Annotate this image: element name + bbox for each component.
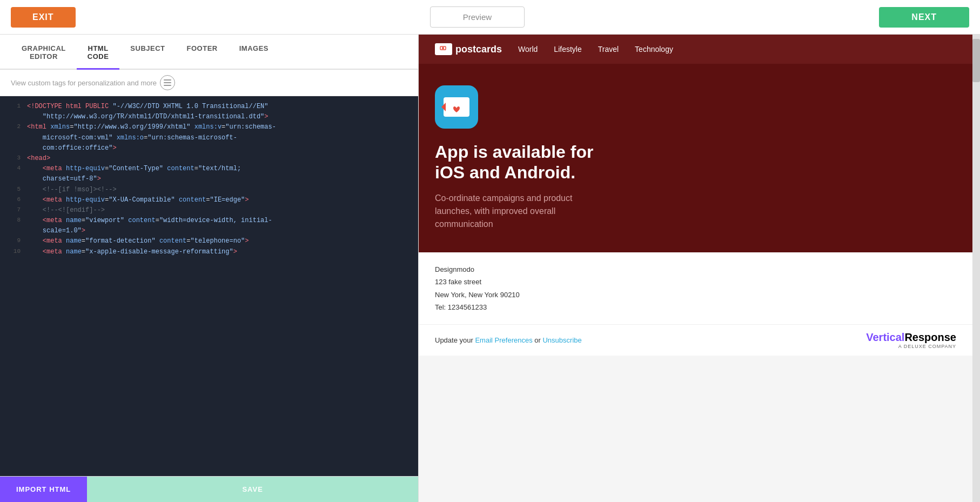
custom-tags-label: View custom tags for personalization and… [11, 79, 157, 87]
menu-line-2 [164, 82, 171, 83]
svg-rect-4 [444, 97, 469, 117]
code-line-1: 1 <!DOCTYPE html PUBLIC "-//W3C//DTD XHT… [0, 102, 418, 122]
custom-tags-bar: View custom tags for personalization and… [0, 70, 418, 96]
postcards-brand-text: postcards [455, 44, 502, 55]
save-button[interactable]: SAVE [87, 477, 418, 502]
scrollbar[interactable] [972, 35, 980, 502]
update-text: Update your [435, 336, 473, 344]
app-icon [435, 85, 478, 129]
postcards-logo: postcards [435, 43, 502, 55]
top-bar: EXIT Preview NEXT [0, 0, 980, 35]
import-html-button[interactable]: IMPORT HTML [0, 477, 87, 502]
scrollbar-thumb[interactable] [972, 39, 980, 82]
nav-item-technology[interactable]: Technology [635, 45, 673, 53]
unsubscribe-link[interactable]: Unsubscribe [542, 336, 581, 344]
exit-button[interactable]: EXIT [11, 7, 76, 28]
bottom-buttons: IMPORT HTML SAVE [0, 476, 418, 502]
tab-images[interactable]: IMAGES [229, 35, 279, 70]
footer-city: New York, New York 90210 [435, 289, 956, 301]
tab-subject[interactable]: SUBJECT [119, 35, 176, 70]
code-line-2: 2 <html xmlns="http://www.w3.org/1999/xh… [0, 122, 418, 153]
code-line-4: 4 <meta http-equiv="Content-Type" conten… [0, 164, 418, 184]
footer-bottom-bar: Update your Email Preferences or Unsubsc… [419, 324, 972, 356]
email-preferences-link[interactable]: Email Preferences [475, 336, 532, 344]
email-footer: Designmodo 123 fake street New York, New… [419, 252, 972, 325]
left-panel: GRAPHICAL EDITOR HTML CODE SUBJECT FOOTE… [0, 35, 419, 502]
nav-item-lifestyle[interactable]: Lifestyle [554, 45, 581, 53]
menu-icon[interactable] [160, 75, 175, 90]
footer-links: Update your Email Preferences or Unsubsc… [435, 336, 582, 344]
or-text: or [534, 336, 542, 344]
hero-section: App is available for iOS and Android. Co… [419, 64, 972, 252]
main-layout: GRAPHICAL EDITOR HTML CODE SUBJECT FOOTE… [0, 35, 980, 502]
menu-line-3 [164, 85, 171, 86]
hero-subtitle: Co-ordinate campaigns and product launch… [435, 192, 608, 231]
tab-graphical-editor[interactable]: GRAPHICAL EDITOR [11, 35, 77, 70]
next-button[interactable]: NEXT [879, 7, 969, 28]
vr-logo-text: VerticalResponse [866, 331, 956, 344]
tab-footer[interactable]: FOOTER [176, 35, 229, 70]
app-icon-svg [441, 95, 472, 119]
code-line-10: 10 <meta name="x-apple-disable-message-r… [0, 247, 418, 257]
right-panel: postcards World Lifestyle Travel Technol… [419, 35, 980, 502]
preview-content: postcards World Lifestyle Travel Technol… [419, 35, 972, 502]
preview-button[interactable]: Preview [430, 6, 525, 28]
nav-item-world[interactable]: World [518, 45, 538, 53]
footer-tel: Tel: 1234561233 [435, 301, 956, 313]
footer-company: Designmodo [435, 263, 956, 276]
footer-street: 123 fake street [435, 276, 956, 288]
menu-line-1 [164, 79, 171, 81]
code-line-9: 9 <meta name="format-detection" content=… [0, 236, 418, 246]
logo-svg [436, 44, 451, 55]
code-line-6: 6 <meta http-equiv="X-UA-Compatible" con… [0, 195, 418, 205]
svg-point-3 [442, 47, 444, 49]
code-line-8: 8 <meta name="viewport" content="width=d… [0, 216, 418, 236]
tab-html-code[interactable]: HTML CODE [77, 35, 120, 70]
logo-icon [435, 43, 452, 55]
tab-bar: GRAPHICAL EDITOR HTML CODE SUBJECT FOOTE… [0, 35, 418, 70]
code-line-5: 5 <!--[if !mso]><!--> [0, 185, 418, 195]
vr-sub-text: A DELUXE COMPANY [866, 344, 956, 349]
hero-title: App is available for iOS and Android. [435, 142, 608, 183]
nav-item-travel[interactable]: Travel [598, 45, 619, 53]
code-line-3: 3 <head> [0, 153, 418, 164]
email-header: postcards World Lifestyle Travel Technol… [419, 35, 972, 64]
code-editor[interactable]: 1 <!DOCTYPE html PUBLIC "-//W3C//DTD XHT… [0, 96, 418, 476]
code-line-7: 7 <!--<![endif]--> [0, 205, 418, 216]
vertical-response-logo: VerticalResponse A DELUXE COMPANY [866, 331, 956, 349]
